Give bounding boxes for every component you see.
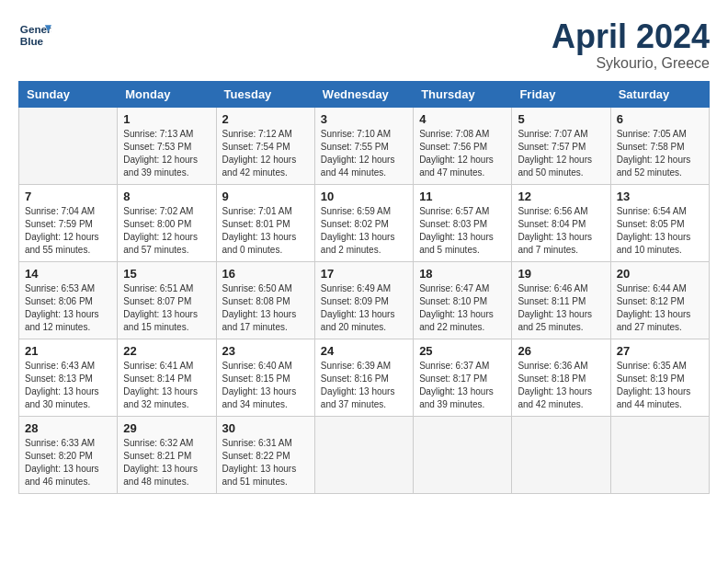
calendar-table: Sunday Monday Tuesday Wednesday Thursday…: [18, 81, 710, 494]
header-sunday: Sunday: [19, 81, 118, 107]
day-number-4-1: 29: [123, 421, 210, 435]
header-saturday: Saturday: [610, 81, 709, 107]
cell-2-4: 18Sunrise: 6:47 AM Sunset: 8:10 PM Dayli…: [414, 261, 512, 339]
day-info-3-5: Sunrise: 6:36 AM Sunset: 8:18 PM Dayligh…: [518, 360, 604, 411]
day-number-1-6: 13: [617, 190, 703, 203]
logo-icon: General Blue: [18, 18, 51, 52]
day-info-1-6: Sunrise: 6:54 AM Sunset: 8:05 PM Dayligh…: [617, 205, 703, 257]
day-number-0-6: 6: [617, 112, 703, 126]
cell-1-5: 12Sunrise: 6:56 AM Sunset: 8:04 PM Dayli…: [512, 184, 610, 261]
day-number-2-5: 19: [518, 267, 604, 281]
day-number-0-5: 5: [518, 112, 604, 126]
svg-text:General: General: [20, 23, 51, 35]
day-info-2-3: Sunrise: 6:49 AM Sunset: 8:09 PM Dayligh…: [321, 282, 407, 334]
cell-3-2: 23Sunrise: 6:40 AM Sunset: 8:15 PM Dayli…: [216, 339, 314, 416]
day-number-2-1: 15: [123, 267, 210, 281]
day-info-1-2: Sunrise: 7:01 AM Sunset: 8:01 PM Dayligh…: [222, 205, 309, 257]
day-info-2-2: Sunrise: 6:50 AM Sunset: 8:08 PM Dayligh…: [222, 282, 309, 334]
day-number-3-5: 26: [518, 344, 604, 358]
day-number-4-0: 28: [25, 421, 111, 435]
day-info-3-3: Sunrise: 6:39 AM Sunset: 8:16 PM Dayligh…: [321, 360, 407, 411]
day-number-0-3: 3: [321, 112, 407, 126]
cell-4-4: [414, 416, 512, 493]
day-info-3-0: Sunrise: 6:43 AM Sunset: 8:13 PM Dayligh…: [25, 360, 111, 411]
day-number-1-2: 9: [222, 190, 309, 203]
day-info-0-1: Sunrise: 7:13 AM Sunset: 7:53 PM Dayligh…: [123, 128, 210, 179]
cell-3-1: 22Sunrise: 6:41 AM Sunset: 8:14 PM Dayli…: [118, 339, 216, 416]
day-info-3-6: Sunrise: 6:35 AM Sunset: 8:19 PM Dayligh…: [617, 360, 703, 411]
day-number-3-2: 23: [222, 344, 309, 358]
week-row-3: 21Sunrise: 6:43 AM Sunset: 8:13 PM Dayli…: [19, 339, 710, 416]
cell-4-3: [314, 416, 413, 493]
cell-4-6: [610, 416, 709, 493]
cell-0-3: 3Sunrise: 7:10 AM Sunset: 7:55 PM Daylig…: [314, 107, 413, 184]
cell-3-6: 27Sunrise: 6:35 AM Sunset: 8:19 PM Dayli…: [610, 339, 709, 416]
day-info-1-0: Sunrise: 7:04 AM Sunset: 7:59 PM Dayligh…: [25, 205, 111, 257]
header-wednesday: Wednesday: [314, 81, 413, 107]
day-number-2-0: 14: [25, 267, 111, 281]
day-number-3-1: 22: [123, 344, 210, 358]
cell-2-0: 14Sunrise: 6:53 AM Sunset: 8:06 PM Dayli…: [19, 261, 118, 339]
day-info-0-4: Sunrise: 7:08 AM Sunset: 7:56 PM Dayligh…: [419, 128, 506, 179]
cell-2-5: 19Sunrise: 6:46 AM Sunset: 8:11 PM Dayli…: [512, 261, 610, 339]
cell-2-2: 16Sunrise: 6:50 AM Sunset: 8:08 PM Dayli…: [216, 261, 314, 339]
day-info-3-4: Sunrise: 6:37 AM Sunset: 8:17 PM Dayligh…: [419, 360, 506, 411]
day-number-2-6: 20: [617, 267, 703, 281]
day-info-1-4: Sunrise: 6:57 AM Sunset: 8:03 PM Dayligh…: [419, 205, 506, 257]
day-info-1-1: Sunrise: 7:02 AM Sunset: 8:00 PM Dayligh…: [123, 205, 210, 257]
cell-4-5: [512, 416, 610, 493]
day-number-1-0: 7: [25, 190, 111, 203]
day-number-2-4: 18: [419, 267, 506, 281]
cell-3-3: 24Sunrise: 6:39 AM Sunset: 8:16 PM Dayli…: [314, 339, 413, 416]
day-info-3-2: Sunrise: 6:40 AM Sunset: 8:15 PM Dayligh…: [222, 360, 309, 411]
day-number-1-5: 12: [518, 190, 604, 203]
day-info-0-6: Sunrise: 7:05 AM Sunset: 7:58 PM Dayligh…: [617, 128, 703, 179]
cell-4-0: 28Sunrise: 6:33 AM Sunset: 8:20 PM Dayli…: [19, 416, 118, 493]
cell-3-0: 21Sunrise: 6:43 AM Sunset: 8:13 PM Dayli…: [19, 339, 118, 416]
header-thursday: Thursday: [414, 81, 512, 107]
title-section: April 2024 Sykourio, Greece: [552, 18, 710, 72]
cell-3-5: 26Sunrise: 6:36 AM Sunset: 8:18 PM Dayli…: [512, 339, 610, 416]
week-row-1: 7Sunrise: 7:04 AM Sunset: 7:59 PM Daylig…: [19, 184, 710, 261]
day-info-2-5: Sunrise: 6:46 AM Sunset: 8:11 PM Dayligh…: [518, 282, 604, 334]
header-friday: Friday: [512, 81, 610, 107]
day-info-4-1: Sunrise: 6:32 AM Sunset: 8:21 PM Dayligh…: [123, 437, 210, 488]
day-info-1-3: Sunrise: 6:59 AM Sunset: 8:02 PM Dayligh…: [321, 205, 407, 257]
cell-4-1: 29Sunrise: 6:32 AM Sunset: 8:21 PM Dayli…: [118, 416, 216, 493]
month-title: April 2024: [552, 18, 710, 55]
day-number-3-3: 24: [321, 344, 407, 358]
cell-0-0: [19, 107, 118, 184]
day-info-4-2: Sunrise: 6:31 AM Sunset: 8:22 PM Dayligh…: [222, 437, 309, 488]
day-info-2-4: Sunrise: 6:47 AM Sunset: 8:10 PM Dayligh…: [419, 282, 506, 334]
header-tuesday: Tuesday: [216, 81, 314, 107]
cell-1-3: 10Sunrise: 6:59 AM Sunset: 8:02 PM Dayli…: [314, 184, 413, 261]
header-monday: Monday: [118, 81, 216, 107]
day-info-0-2: Sunrise: 7:12 AM Sunset: 7:54 PM Dayligh…: [222, 128, 309, 179]
day-number-0-1: 1: [123, 112, 210, 126]
day-number-4-2: 30: [222, 421, 309, 435]
day-number-1-1: 8: [123, 190, 210, 203]
cell-2-3: 17Sunrise: 6:49 AM Sunset: 8:09 PM Dayli…: [314, 261, 413, 339]
day-info-2-0: Sunrise: 6:53 AM Sunset: 8:06 PM Dayligh…: [25, 282, 111, 334]
day-number-3-6: 27: [617, 344, 703, 358]
day-number-3-4: 25: [419, 344, 506, 358]
week-row-2: 14Sunrise: 6:53 AM Sunset: 8:06 PM Dayli…: [19, 261, 710, 339]
cell-2-6: 20Sunrise: 6:44 AM Sunset: 8:12 PM Dayli…: [610, 261, 709, 339]
cell-1-4: 11Sunrise: 6:57 AM Sunset: 8:03 PM Dayli…: [414, 184, 512, 261]
cell-4-2: 30Sunrise: 6:31 AM Sunset: 8:22 PM Dayli…: [216, 416, 314, 493]
day-number-0-4: 4: [419, 112, 506, 126]
day-info-0-3: Sunrise: 7:10 AM Sunset: 7:55 PM Dayligh…: [321, 128, 407, 179]
week-row-4: 28Sunrise: 6:33 AM Sunset: 8:20 PM Dayli…: [19, 416, 710, 493]
location: Sykourio, Greece: [552, 55, 710, 72]
week-row-0: 1Sunrise: 7:13 AM Sunset: 7:53 PM Daylig…: [19, 107, 710, 184]
cell-1-6: 13Sunrise: 6:54 AM Sunset: 8:05 PM Dayli…: [610, 184, 709, 261]
day-number-2-2: 16: [222, 267, 309, 281]
cell-0-5: 5Sunrise: 7:07 AM Sunset: 7:57 PM Daylig…: [512, 107, 610, 184]
cell-3-4: 25Sunrise: 6:37 AM Sunset: 8:17 PM Dayli…: [414, 339, 512, 416]
day-info-3-1: Sunrise: 6:41 AM Sunset: 8:14 PM Dayligh…: [123, 360, 210, 411]
day-info-1-5: Sunrise: 6:56 AM Sunset: 8:04 PM Dayligh…: [518, 205, 604, 257]
day-info-2-1: Sunrise: 6:51 AM Sunset: 8:07 PM Dayligh…: [123, 282, 210, 334]
day-number-2-3: 17: [321, 267, 407, 281]
svg-text:Blue: Blue: [20, 35, 44, 47]
cell-0-4: 4Sunrise: 7:08 AM Sunset: 7:56 PM Daylig…: [414, 107, 512, 184]
